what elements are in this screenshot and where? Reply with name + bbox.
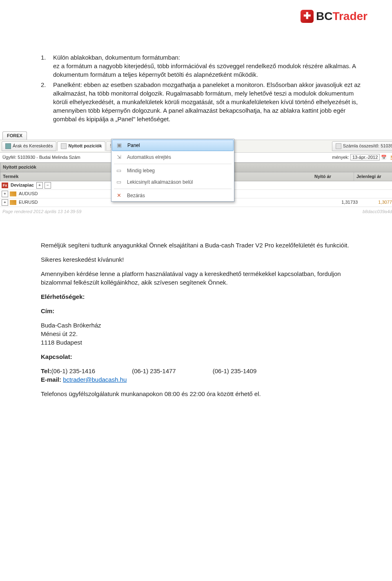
tel-number: (06-1) 235-1409 [213, 367, 257, 375]
list-item-1: 1. Külön ablakokban, dokumentum formátum… [41, 53, 363, 79]
list-number: 1. [41, 53, 53, 79]
menu-separator [114, 189, 232, 189]
tab-label: Számla összesítő: 5103930 [343, 143, 392, 149]
email-label: E-mail: [41, 376, 63, 383]
row-label: EURUSD [19, 199, 38, 205]
tel-number: (06-1) 235-1477 [132, 367, 176, 375]
chart-icon [5, 143, 11, 149]
events-label: mények: [332, 155, 349, 160]
close-icon: ✕ [115, 192, 123, 199]
list-item-1-body: ez a formátum a nagyobb kiterjedésű, töb… [53, 62, 356, 78]
row-label: Devizapiac [11, 182, 34, 188]
list-item-2-body: Panelként: ebben az esetben szabadon moz… [53, 80, 363, 123]
menu-label: Lekicsinyít alkalmazáson belül [127, 179, 193, 186]
grid-icon [336, 143, 341, 149]
render-time: Page rendered 2012 április 13 14·39·59 [2, 209, 81, 215]
logo-icon: ✚ [301, 10, 314, 23]
tel-number: (06-1) 235-1416 [51, 367, 96, 374]
logo: ✚ BCTrader [301, 8, 368, 24]
menu-label: Automatikus elrejtés [127, 154, 171, 161]
address-line: Ménesi út 22. [41, 329, 363, 338]
logo-text: BCTrader [316, 8, 368, 24]
menu-label: Panel [127, 142, 140, 149]
contact-heading: Elérhetőségek: [41, 292, 363, 301]
expand-icon[interactable]: + [2, 191, 8, 197]
context-menu: ▣ Panel ⇲ Automatikus elrejtés ▭ Mindig … [111, 139, 234, 202]
col-product[interactable]: Termék [0, 172, 112, 181]
pin-icon: ⇲ [115, 154, 123, 161]
list-number: 2. [41, 80, 53, 123]
menu-item-close[interactable]: ✕ Bezárás [111, 190, 234, 201]
col-open-price[interactable]: Nyitó ár [312, 172, 354, 181]
closing-para-2: Sikeres kereskedést kívánunk! [41, 255, 363, 264]
closing-para-1: Reméljük segíteni tudtunk anyagunkkal Ön… [41, 241, 363, 249]
address-heading: Cím: [41, 307, 363, 315]
tab-label: Nyitott pozíciók [68, 143, 102, 149]
tel-label: Tel: [41, 367, 51, 374]
menu-item-panel[interactable]: ▣ Panel [112, 140, 234, 151]
menu-separator [114, 164, 232, 164]
float-icon: ▭ [115, 167, 123, 174]
minimize-icon: ▭ [115, 178, 123, 186]
date-input[interactable]: 13-ápr.-2012 [350, 154, 380, 160]
hours-text: Telefonos ügyfélszolgálatunk munkanapoko… [41, 390, 363, 398]
closing-para-3: Amennyiben kérdése lenne a platform hasz… [41, 269, 363, 287]
open-price: 1,31733 [321, 199, 358, 205]
menu-item-autohide[interactable]: ⇲ Automatikus elrejtés [111, 151, 234, 163]
panel-icon: ▣ [115, 142, 123, 149]
show-link[interactable]: Mutat [390, 155, 392, 160]
row-label: AUDUSD [19, 191, 38, 197]
tab-label: Árak és Kereskedés [13, 143, 53, 149]
tab-prices[interactable]: Árak és Kereskedés [2, 141, 56, 151]
logo-trader: Trader [332, 10, 368, 22]
address-block: Buda-Cash Brókerház Ménesi út 22. 1118 B… [41, 321, 363, 347]
menu-item-minimize[interactable]: ▭ Lekicsinyít alkalmazáson belül [111, 176, 234, 188]
render-id: b8dacc039a4dac81 [363, 209, 392, 215]
email-link[interactable]: bctrader@budacash.hu [63, 376, 127, 383]
expand-icon[interactable]: + [2, 199, 8, 206]
contact-subheading: Kapcsolat: [41, 352, 363, 361]
app-screenshot: FOREX Árak és Kereskedés Nyitott pozíció… [0, 131, 392, 216]
logo-bc: BC [316, 10, 332, 22]
address-line: Buda-Cash Brókerház [41, 321, 363, 329]
current-price: 1,30774 [358, 199, 392, 205]
forex-tab[interactable]: FOREX [2, 131, 27, 140]
list-item-2: 2. Panelként: ebben az esetben szabadon … [41, 80, 363, 123]
menu-label: Bezárás [127, 192, 145, 199]
chart-icon [10, 191, 16, 196]
collapse-icon[interactable]: − [45, 182, 51, 189]
menu-label: Mindig lebeg [127, 167, 155, 174]
grid-icon [61, 143, 67, 149]
tab-account-summary[interactable]: Számla összesítő: 5103930 [332, 141, 392, 151]
expand-icon[interactable]: + [36, 182, 43, 189]
col-current-price[interactable]: Jelenlegi ár [354, 172, 392, 181]
telephone-row: Tel:(06-1) 235-1416 (06-1) 235-1477 (06-… [41, 367, 363, 375]
tab-open-positions[interactable]: Nyitott pozíciók [57, 141, 105, 151]
render-footer: Page rendered 2012 április 13 14·39·59 b… [0, 207, 392, 216]
menu-item-float[interactable]: ▭ Mindig lebeg [111, 165, 234, 176]
chart-icon [10, 200, 16, 205]
client-label: Ügyfél: 5103930 - Budai Melinda Szám [2, 154, 80, 160]
list-item-1-title: Külön ablakokban, dokumentum formátumban… [53, 54, 180, 61]
calendar-icon[interactable]: 📅 [381, 155, 387, 160]
address-line: 1118 Budapest [41, 338, 363, 347]
fx-icon: Fx [2, 183, 8, 188]
